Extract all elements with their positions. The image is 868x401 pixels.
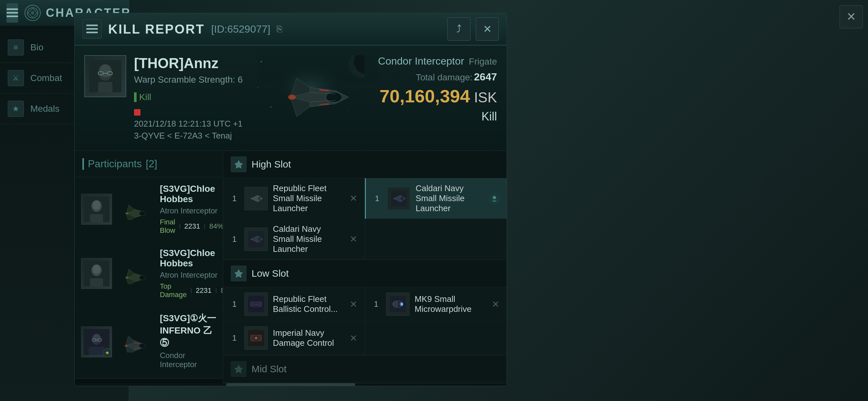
low-slot-item-2[interactable]: 1 Imperi (223, 321, 365, 355)
participant-card-1[interactable]: [S3VG]Chloe Hobbes Atron Interceptor Fin… (74, 177, 223, 242)
modal-title: KILL REPORT (108, 22, 205, 36)
low-slot-left-col: 1 Republic Fleet Ballistic Control... (223, 287, 365, 355)
item-name-right-1: Caldari Navy Small Missile Launcher (415, 183, 484, 213)
mid-slot-header: Mid Slot (223, 356, 507, 383)
svg-point-22 (271, 106, 272, 107)
participants-header: Participants [2] (74, 151, 223, 177)
high-slot-title: High Slot (252, 159, 291, 170)
ship-image (255, 55, 365, 120)
low-item-qty-2: 1 (229, 334, 239, 343)
svg-point-24 (258, 87, 258, 88)
svg-point-55 (400, 197, 404, 201)
low-slot-section: Low Slot 1 (223, 260, 507, 356)
item-user-icon (489, 193, 500, 204)
participant-ship-1 (117, 199, 146, 220)
high-slot-header: High Slot (223, 151, 507, 178)
participant-info-3: [S3VG]①火一INFERNO 乙⑤ Condor Interceptor (160, 312, 216, 372)
participant-avatar-1 (81, 194, 112, 225)
item-remove-2[interactable]: ✕ (348, 234, 358, 244)
ship-type: Frigate (469, 57, 497, 66)
low-item-name-2: Imperial Navy Damage Control (273, 328, 343, 348)
victim-location: 3-QYVE < E-72A3 < Tenaj (134, 131, 497, 141)
item-qty-right-1: 1 (372, 194, 382, 203)
low-item-remove-right-1[interactable]: ✕ (491, 299, 500, 310)
svg-point-17 (288, 95, 296, 100)
total-damage-value: 2647 (474, 71, 497, 83)
svg-rect-2 (6, 16, 18, 17)
modal-header-right: ⤴ ✕ (447, 18, 499, 41)
participant-name-3: [S3VG]①火一INFERNO 乙⑤ (160, 312, 216, 349)
svg-point-4 (31, 11, 35, 15)
low-slot-right-col: 1 (365, 287, 507, 355)
total-damage-label: Total damage: (415, 72, 472, 82)
low-slot-right-item-icon-1 (386, 292, 409, 316)
svg-rect-30 (90, 214, 103, 222)
svg-point-51 (257, 197, 261, 201)
item-name-1: Republic Fleet Small Missile Launcher (273, 183, 343, 213)
modal-export-button[interactable]: ⤴ (447, 18, 470, 41)
sidebar-medals-label: Medals (30, 104, 59, 114)
svg-point-53 (257, 237, 261, 241)
isk-label: ISK (474, 89, 497, 105)
participant-ship-type-3: Condor Interceptor (160, 351, 216, 369)
svg-rect-36 (90, 278, 103, 286)
ship-image-area (248, 52, 371, 123)
victim-kill-badge: Kill (134, 92, 151, 102)
mid-slot-title: Mid Slot (252, 364, 286, 374)
low-slot-header: Low Slot (223, 260, 507, 287)
participant-info-1: [S3VG]Chloe Hobbes Atron Interceptor Fin… (160, 184, 223, 235)
red-status-dot (134, 109, 141, 116)
svg-rect-7 (86, 32, 98, 33)
participant-avatar-2 (81, 258, 112, 289)
low-slot-right-item-1[interactable]: 1 (365, 287, 507, 321)
combat-icon: ⚔ (8, 70, 24, 86)
damage-section: Condor Interceptor Frigate Total damage:… (378, 55, 497, 123)
high-slot-item-icon-1 (244, 187, 268, 210)
modal-close-button[interactable]: ✕ (476, 18, 499, 41)
item-remove-1[interactable]: ✕ (348, 193, 358, 204)
low-slot-title: Low Slot (252, 268, 289, 279)
scrollbar[interactable] (74, 383, 507, 386)
participants-footer: ⚓ 9,348.14 (74, 378, 223, 383)
kill-indicator (134, 92, 136, 102)
low-item-remove-2[interactable]: ✕ (348, 333, 358, 343)
item-name-2: Caldari Navy Small Missile Launcher (273, 224, 343, 254)
menu-button[interactable] (6, 3, 18, 23)
char-icon (25, 5, 41, 21)
participant-ship-type-2: Atron Interceptor (160, 271, 223, 280)
modal-copy-icon[interactable]: ⎘ (277, 24, 282, 34)
high-slot-right-item-1[interactable]: 1 Caldari Navy Small Missile Launcher (365, 178, 507, 219)
participant-ship-3 (117, 332, 146, 352)
modal-header-left: KILL REPORT [ID:6529077] ⎘ (82, 19, 282, 39)
window-close-button[interactable]: ✕ (840, 5, 863, 28)
svg-point-47 (125, 345, 128, 347)
final-blow-label: Final Blow (160, 218, 175, 235)
participant-stats-1: Final Blow | 2231 | 84% (160, 218, 223, 235)
high-slot-item-1[interactable]: 1 Republic Fleet Small Missile Launcher (223, 178, 365, 219)
high-slot-item-2[interactable]: 1 Caldari Navy Small Missile Launcher (223, 219, 365, 259)
kill-outcome-label: Kill (378, 110, 497, 123)
low-item-qty-1: 1 (229, 300, 239, 309)
low-item-name-right-1: MK9 Small Microwarpdrive (414, 294, 485, 314)
isk-value: 70,160,394 (379, 86, 470, 106)
participant-ship-type-1: Atron Interceptor (160, 206, 223, 215)
modal-menu-button[interactable] (82, 19, 102, 39)
participant-card-2[interactable]: [S3VG]Chloe Hobbes Atron Interceptor Top… (74, 242, 223, 306)
scroll-thumb[interactable] (226, 383, 355, 386)
ship-class: Condor Interceptor (378, 55, 464, 67)
participant-damage-1: 2231 (184, 222, 200, 230)
low-slot-item-1[interactable]: 1 Republic Fleet Ballistic Control... (223, 287, 365, 321)
participant-name-1: [S3VG]Chloe Hobbes (160, 184, 223, 204)
participant-card-3[interactable]: ★ [S3VG]①火一INFE (74, 306, 223, 378)
svg-point-31 (139, 211, 146, 216)
svg-point-35 (93, 265, 100, 274)
participant-pct-1: 84% (209, 222, 223, 230)
svg-point-63 (255, 337, 257, 339)
low-item-name-1: Republic Fleet Ballistic Control... (273, 294, 343, 314)
participant-pct-2: 84% (221, 286, 223, 295)
high-slot-icon (231, 157, 246, 172)
svg-point-46 (139, 343, 146, 348)
kill-text: Kill (139, 92, 151, 102)
svg-rect-45 (89, 347, 104, 355)
low-item-remove-1[interactable]: ✕ (348, 299, 358, 310)
